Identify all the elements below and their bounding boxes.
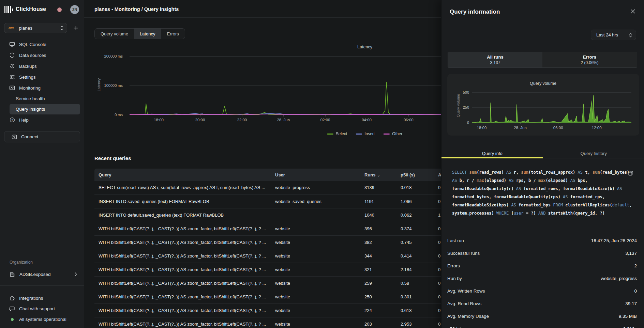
sidebar-item-data-sources[interactable]: Data sources: [0, 50, 84, 61]
sidebar-item-label: Help: [19, 118, 29, 123]
sidebar-item-backups[interactable]: Backups: [0, 61, 84, 72]
tab-query-volume[interactable]: Query volume: [95, 29, 134, 39]
chart-tab-group: Query volumeLatencyErrors: [94, 28, 185, 39]
connect-label: Connect: [21, 134, 38, 139]
cell-runs: 1191: [360, 194, 396, 208]
cell-p50: 0.745: [396, 235, 434, 249]
stat-label: p50 latency: [447, 326, 471, 328]
y-tick-label: 250: [442, 105, 469, 109]
chart-title: Latency: [357, 45, 372, 49]
close-icon[interactable]: [628, 7, 637, 16]
sidebar-item-service-health[interactable]: Service health: [0, 93, 84, 104]
avatar[interactable]: ZN: [70, 5, 79, 14]
y-tick-label: 100000 ms: [95, 83, 123, 88]
x-tick-label: 12:00: [592, 126, 602, 130]
sidebar-item-help[interactable]: ?Help: [0, 114, 84, 125]
tab-latency[interactable]: Latency: [134, 29, 161, 39]
cell-query[interactable]: WITH bitShiftLeft(CAST(?..), _CAST(?..))…: [94, 317, 271, 328]
cell-query[interactable]: WITH bitShiftLeft(CAST(?..), _CAST(?..))…: [94, 276, 271, 290]
time-range-select[interactable]: Last 24 hrs: [591, 30, 636, 40]
sidebar-item-label: Monitoring: [19, 85, 41, 91]
column-header-runs[interactable]: Runs⌄: [360, 169, 396, 181]
sidebar-item-all-systems-operational[interactable]: All systems operational: [0, 314, 84, 325]
stat-label: Successful runs: [447, 251, 480, 256]
stat-row-run-by: Run bywebsite_progress: [447, 272, 637, 285]
organization-item[interactable]: ADSB.exposed: [0, 269, 84, 280]
legend-label: Select: [336, 131, 347, 136]
cell-query[interactable]: INSERT INTO default.saved_queries (text)…: [94, 208, 271, 222]
sidebar-item-query-insights[interactable]: Query insights: [10, 104, 80, 114]
stat-label: Avg. Read Rows: [447, 301, 481, 306]
cell-query[interactable]: WITH bitShiftLeft(CAST(?..), _CAST(?..))…: [94, 303, 271, 317]
sidebar-nav: SQL ConsoleData sourcesBackupsSettingsMo…: [0, 39, 84, 125]
legend-item-other[interactable]: Other: [384, 131, 402, 136]
sidebar-item-integrations[interactable]: Integrations: [0, 293, 84, 303]
stat-row-successful-runs: Successful runs3,137: [447, 247, 637, 260]
sidebar-item-monitoring[interactable]: Monitoring: [0, 82, 84, 93]
gridline: [472, 123, 631, 123]
tab-errors[interactable]: Errors: [161, 29, 184, 39]
legend-item-select[interactable]: Select: [327, 131, 347, 136]
copy-icon[interactable]: [627, 170, 634, 177]
column-header-query[interactable]: Query: [94, 169, 271, 181]
sql-line: system.processes) WHERE (user = ?) AND s…: [452, 209, 633, 217]
cell-runs: 250: [360, 290, 396, 303]
connect-icon: [11, 134, 17, 140]
column-header-user[interactable]: User: [271, 169, 360, 181]
settings-icon: [9, 74, 15, 80]
sql-line: formatted_bytes, formatReadableQuantity(…: [452, 193, 633, 201]
tab-query-info[interactable]: Query info: [441, 149, 543, 158]
sidebar: ClickHouse ZN aws planes SQL ConsoleData…: [0, 0, 84, 328]
y-tick-label: 0: [442, 121, 469, 125]
x-tick-label: 28. Jun: [277, 118, 290, 122]
add-service-button[interactable]: [72, 24, 80, 32]
cell-p50: 0.613: [396, 303, 434, 317]
x-tick-label: 18:00: [154, 118, 164, 122]
sidebar-item-chat-with-support[interactable]: Chat with support: [0, 303, 84, 314]
notification-dot-icon: [57, 7, 62, 12]
service-selector[interactable]: aws planes: [4, 23, 67, 33]
summary-tab-all-runs[interactable]: All runs3,137: [448, 52, 542, 67]
query-information-panel: Query information Last 24 hrs All runs3,…: [441, 0, 644, 328]
query-volume-card[interactable]: Query volumeQuery volume025050018:0028. …: [447, 74, 639, 136]
stat-label: Avg. Memory Usage: [447, 314, 489, 319]
legend-item-insert[interactable]: Insert: [356, 131, 375, 136]
tab-query-history[interactable]: Query history: [543, 149, 644, 158]
cell-user: website: [271, 317, 360, 328]
cell-query[interactable]: WITH bitShiftLeft(CAST(?..), _CAST(?..))…: [94, 235, 271, 249]
cell-query[interactable]: WITH bitShiftLeft(CAST(?..), _CAST(?..))…: [94, 222, 271, 235]
cell-user: website: [271, 249, 360, 263]
brand-row: ClickHouse ZN: [0, 0, 84, 19]
cell-query[interactable]: WITH bitShiftLeft(CAST(?..), _CAST(?..))…: [94, 290, 271, 303]
sidebar-item-label: Backups: [19, 64, 37, 69]
column-header-p50-s[interactable]: p50 (s): [396, 169, 434, 181]
y-tick-label: 500: [442, 90, 469, 94]
time-range-value: Last 24 hrs: [596, 32, 629, 37]
monitoring-icon: [9, 85, 15, 91]
cell-query[interactable]: INSERT INTO saved_queries (text) FORMAT …: [94, 194, 271, 208]
cell-query[interactable]: WITH bitShiftLeft(CAST(?..), _CAST(?..))…: [94, 249, 271, 263]
organization-heading: Organization: [10, 260, 33, 265]
summary-tab-errors[interactable]: Errors2 (0.06%): [542, 52, 637, 67]
x-tick-mark: [242, 115, 242, 116]
sidebar-item-sql-console[interactable]: SQL Console: [0, 39, 84, 50]
x-tick-label: 06:00: [404, 118, 414, 122]
stat-row-avg-read-rows: Avg. Read Rows39.17: [447, 297, 637, 310]
stat-value: 9.35 MiB: [619, 314, 637, 319]
cell-query[interactable]: SELECT sum(read_rows) AS r, sum(total_ro…: [94, 181, 271, 194]
stat-value: 39.17: [625, 301, 637, 306]
info-tab-bar: Query infoQuery history: [441, 149, 644, 158]
brand-name: ClickHouse: [16, 6, 46, 12]
page-title: planes - Monitoring / Query insights: [94, 6, 179, 12]
x-tick-mark: [367, 115, 367, 116]
x-tick-mark: [520, 123, 521, 124]
stat-label: Last run: [447, 238, 464, 243]
sidebar-item-settings[interactable]: Settings: [0, 72, 84, 82]
connect-button[interactable]: Connect: [4, 131, 80, 142]
stat-label: Errors: [447, 263, 460, 268]
stat-value: 16:47:25, Jun 28 2024: [591, 238, 637, 243]
cell-query[interactable]: WITH bitShiftLeft(CAST(?..), _CAST(?..))…: [94, 263, 271, 276]
query-volume-plot: [472, 90, 631, 123]
x-tick-label: 28. Jun: [514, 126, 527, 130]
x-tick-mark: [597, 123, 597, 124]
